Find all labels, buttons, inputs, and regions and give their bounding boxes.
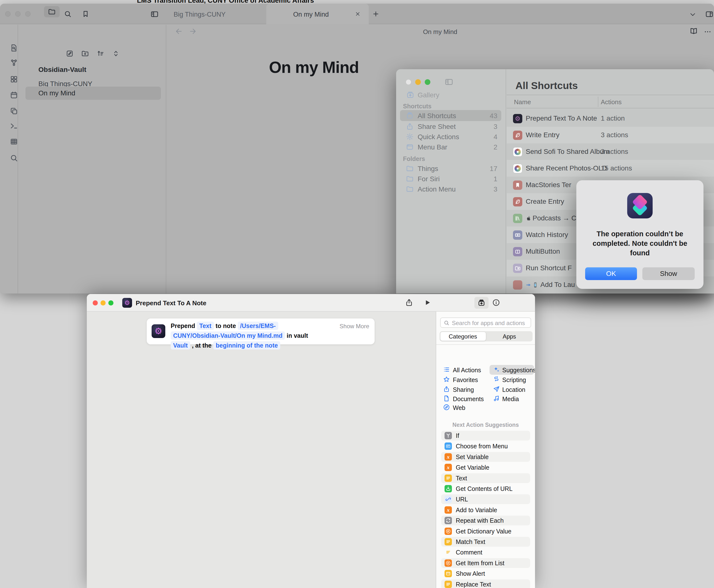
feather-icon — [513, 131, 522, 140]
screen: LMS Transition Lead, CUNY Office of Acad… — [0, 0, 714, 588]
action-token[interactable]: Text — [197, 322, 214, 330]
sidebar-item-label: For Siri — [418, 175, 440, 183]
action-item-get-dictionary-value[interactable]: Get Dictionary Value — [441, 526, 530, 536]
shortcut-row[interactable]: ⚙Prepend Text To A Note1 action — [507, 110, 714, 127]
show-button[interactable]: Show — [642, 267, 695, 280]
forward-icon[interactable] — [189, 27, 197, 35]
column-name[interactable]: Name — [514, 98, 531, 106]
sidebar-item-quick-actions[interactable]: Quick Actions4 — [400, 131, 501, 142]
obsidian-zoom-button[interactable] — [25, 11, 30, 17]
action-item-label: Add to Variable — [456, 506, 497, 513]
obsidian-close-button[interactable] — [5, 11, 10, 17]
shortcut-row[interactable]: Write Entry3 actions — [507, 127, 714, 143]
sidebar-item-for-siri[interactable]: For Siri1 — [400, 173, 501, 184]
folder-gear-icon — [515, 265, 521, 272]
action-item-show-alert[interactable]: Show Alert — [441, 569, 530, 579]
action-item-get-variable[interactable]: xGet Variable — [441, 463, 530, 472]
play-icon[interactable] — [424, 299, 431, 306]
back-icon[interactable] — [175, 27, 183, 35]
info-icon[interactable] — [492, 299, 500, 307]
new-folder-icon[interactable] — [81, 50, 89, 58]
shortcut-name: Watch History — [526, 231, 568, 239]
action-token[interactable]: Vault — [171, 341, 190, 350]
action-item-label: Text — [456, 475, 467, 482]
action-item-get-contents-of-url[interactable]: Get Contents of URL — [441, 484, 530, 493]
action-item-label: Replace Text — [456, 581, 491, 588]
plus-circle-app-icon — [513, 280, 522, 290]
action-item-text[interactable]: Text — [441, 473, 530, 483]
action-text: in vault — [286, 332, 308, 339]
photos-icon — [513, 147, 522, 156]
shortcut-row[interactable]: Share Recent Photos-OLD15 actions — [507, 160, 714, 176]
sidebar-item-menu-bar[interactable]: Menu Bar2 — [400, 141, 501, 152]
category-media[interactable]: Media — [502, 396, 519, 403]
download-icon — [445, 485, 452, 492]
action-item-choose-from-menu[interactable]: Choose from Menu — [441, 441, 530, 451]
category-scripting[interactable]: Scripting — [502, 376, 526, 383]
shortcut-row[interactable]: Send Sofi To Shared Album3 actions — [507, 143, 714, 160]
close-icon[interactable] — [355, 11, 361, 17]
action-item-get-item-from-list[interactable]: Get Item from List — [441, 558, 530, 568]
action-library-icon — [477, 299, 485, 307]
collapse-icon[interactable] — [112, 50, 120, 58]
bookmark-icon[interactable] — [82, 10, 89, 18]
action-item-url[interactable]: URL — [441, 494, 530, 504]
gear-icon — [406, 133, 414, 141]
search-icon[interactable] — [64, 10, 72, 18]
action-item-replace-text[interactable]: Replace Text — [441, 580, 530, 588]
category-favorites[interactable]: Favorites — [453, 376, 478, 383]
folder-icon — [406, 175, 414, 183]
action-item-add-to-variable[interactable]: xAdd to Variable — [441, 505, 530, 515]
item-count: 4 — [494, 133, 497, 141]
ok-button[interactable]: OK — [585, 267, 637, 280]
new-tab-icon[interactable] — [372, 10, 380, 18]
sidebar-item-all-shortcuts[interactable]: All Shortcuts43 — [400, 110, 501, 121]
more-options-icon[interactable] — [704, 28, 712, 36]
obsidian-minimize-button[interactable] — [15, 11, 21, 17]
prepend-action-card[interactable]: ⚙ Prepend Text to note /Users/EMS-CUNY/O… — [147, 318, 375, 344]
tab-apps[interactable]: Apps — [486, 333, 533, 340]
action-library-toggle[interactable] — [474, 297, 489, 309]
search-input[interactable]: Search for apps and actions — [440, 317, 531, 328]
category-documents[interactable]: Documents — [453, 396, 484, 403]
action-token[interactable]: beginning of the note — [213, 341, 280, 350]
sidebar-item-action-menu[interactable]: Action Menu3 — [400, 184, 501, 194]
zoom-button[interactable] — [108, 300, 113, 306]
action-item-repeat-with-each[interactable]: Repeat with Each — [441, 516, 530, 525]
tab-on-my-mind[interactable]: On my Mind — [266, 4, 369, 24]
category-web[interactable]: Web — [453, 404, 465, 412]
show-more-button[interactable]: Show More — [340, 323, 369, 330]
category-location[interactable]: Location — [502, 386, 525, 393]
action-item-set-variable[interactable]: xSet Variable — [441, 452, 530, 462]
category-sharing[interactable]: Sharing — [453, 386, 474, 393]
section-label: Shortcuts — [403, 103, 432, 110]
action-item-comment[interactable]: Comment — [441, 547, 530, 557]
action-item-match-text[interactable]: Match Text — [441, 537, 530, 547]
category-suggestions[interactable]: Suggestions — [502, 366, 535, 374]
close-button[interactable] — [93, 300, 98, 306]
action-icon: ⚙ — [152, 324, 165, 338]
new-note-icon[interactable] — [66, 50, 73, 58]
sort-icon[interactable] — [96, 50, 104, 58]
tab-big-things-cuny[interactable]: Big Things-CUNY — [174, 11, 226, 18]
category-all-actions[interactable]: All Actions — [453, 366, 481, 374]
obsidian-ribbon — [0, 25, 18, 294]
vault-switcher-button[interactable] — [44, 6, 60, 17]
book-open-icon[interactable] — [690, 27, 698, 35]
sidebar-item-share-sheet[interactable]: Share Sheet3 — [400, 121, 501, 132]
sidebar-item-gallery[interactable]: Gallery — [418, 91, 439, 99]
item-count: 1 — [494, 175, 497, 183]
sidebar-item-things[interactable]: Things17 — [400, 163, 501, 174]
minimize-button[interactable] — [101, 300, 106, 306]
column-actions[interactable]: Actions — [601, 98, 622, 106]
tab-categories-label[interactable]: Categories — [440, 333, 486, 340]
action-item-if[interactable]: If — [441, 431, 530, 441]
chevron-down-icon[interactable] — [689, 11, 696, 18]
share-icon — [443, 386, 450, 393]
shortcut-editor-window: ⚙ Prepend Text To A Note ⚙ Prepend Text … — [87, 294, 535, 588]
share-icon[interactable] — [405, 298, 413, 307]
sidebar-item-on-my-mind[interactable]: On my Mind — [25, 87, 161, 100]
sidebar-left-icon[interactable] — [150, 10, 159, 18]
sidebar-right-icon[interactable] — [705, 10, 714, 18]
item-count: 43 — [490, 112, 497, 120]
